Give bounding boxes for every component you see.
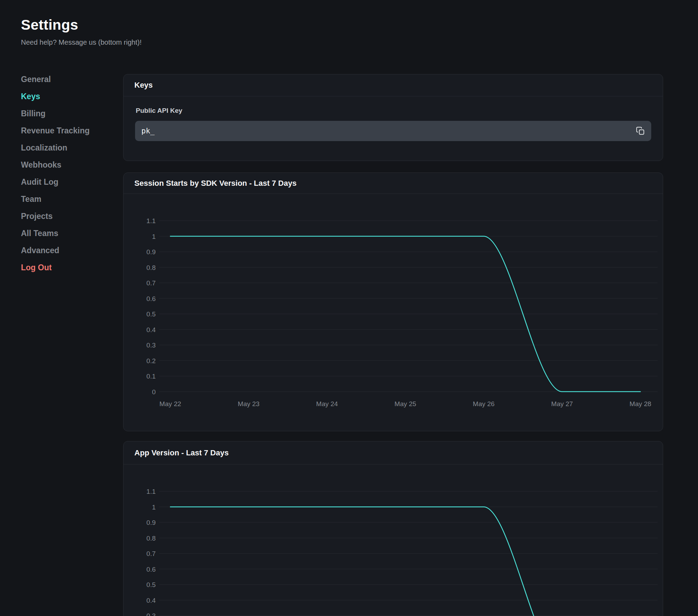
keys-card: Keys Public API Key	[123, 74, 663, 161]
svg-text:May 24: May 24	[316, 400, 338, 408]
svg-text:0.6: 0.6	[147, 295, 156, 302]
public-api-key-input[interactable]	[135, 121, 651, 141]
session-starts-chart-title: Session Starts by SDK Version - Last 7 D…	[134, 179, 297, 188]
svg-text:0.5: 0.5	[147, 581, 156, 588]
page-subtitle: Need help? Message us (bottom right)!	[21, 38, 142, 46]
svg-text:May 26: May 26	[473, 400, 495, 408]
settings-sidebar: General Keys Billing Revenue Tracking Lo…	[21, 71, 108, 276]
line-chart: 1.110.90.80.70.60.50.40.30.20.10May 22Ma…	[124, 194, 663, 431]
keys-card-title: Keys	[134, 81, 153, 90]
svg-text:0.4: 0.4	[147, 597, 156, 604]
sidebar-item-keys[interactable]: Keys	[21, 88, 108, 105]
app-version-chart-card: App Version - Last 7 Days 1.110.90.80.70…	[123, 441, 663, 616]
svg-text:1: 1	[152, 504, 156, 511]
svg-text:0.6: 0.6	[147, 566, 156, 573]
svg-text:0.8: 0.8	[147, 264, 156, 271]
svg-text:May 22: May 22	[159, 400, 181, 408]
app-version-chart-title: App Version - Last 7 Days	[134, 448, 229, 457]
svg-text:0.5: 0.5	[147, 310, 156, 318]
keys-card-body: Public API Key	[124, 96, 663, 161]
page-title: Settings	[21, 17, 142, 33]
svg-text:May 27: May 27	[551, 400, 573, 408]
sidebar-item-webhooks[interactable]: Webhooks	[21, 156, 108, 174]
svg-text:1: 1	[152, 233, 156, 240]
svg-text:0.3: 0.3	[147, 612, 156, 616]
line-chart: 1.110.90.80.70.60.50.40.30.20.10May 22Ma…	[124, 464, 663, 616]
sidebar-item-localization[interactable]: Localization	[21, 139, 108, 156]
svg-text:0.1: 0.1	[147, 373, 156, 380]
app-version-chart-header: App Version - Last 7 Days	[124, 441, 663, 464]
keys-card-header: Keys	[124, 74, 663, 96]
svg-text:1.1: 1.1	[147, 488, 156, 495]
svg-text:1.1: 1.1	[147, 217, 156, 225]
page-header: Settings Need help? Message us (bottom r…	[21, 17, 142, 46]
sidebar-item-log-out[interactable]: Log Out	[21, 259, 108, 276]
sidebar-item-advanced[interactable]: Advanced	[21, 242, 108, 259]
sidebar-item-billing[interactable]: Billing	[21, 105, 108, 122]
session-starts-chart-header: Session Starts by SDK Version - Last 7 D…	[124, 173, 663, 194]
sidebar-item-team[interactable]: Team	[21, 191, 108, 208]
svg-text:0.2: 0.2	[147, 357, 156, 365]
public-api-key-row	[135, 121, 651, 141]
sidebar-item-revenue-tracking[interactable]: Revenue Tracking	[21, 122, 108, 139]
sidebar-item-audit-log[interactable]: Audit Log	[21, 174, 108, 191]
svg-text:0.8: 0.8	[147, 535, 156, 542]
svg-text:0.7: 0.7	[147, 550, 156, 557]
svg-text:0.9: 0.9	[147, 248, 156, 256]
svg-text:May 25: May 25	[394, 400, 416, 408]
svg-text:0.3: 0.3	[147, 342, 156, 349]
svg-text:May 28: May 28	[630, 400, 651, 408]
svg-text:0.9: 0.9	[147, 519, 156, 526]
public-api-key-label: Public API Key	[136, 107, 651, 115]
sidebar-item-general[interactable]: General	[21, 71, 108, 88]
svg-text:0: 0	[152, 388, 156, 396]
copy-icon	[636, 126, 645, 135]
svg-text:0.4: 0.4	[147, 326, 156, 333]
copy-button[interactable]	[635, 126, 646, 136]
sidebar-item-all-teams[interactable]: All Teams	[21, 225, 108, 242]
svg-text:0.7: 0.7	[147, 279, 156, 287]
session-starts-chart-card: Session Starts by SDK Version - Last 7 D…	[123, 173, 663, 431]
main-content: Keys Public API Key Session Starts by SD…	[123, 74, 663, 616]
sidebar-item-projects[interactable]: Projects	[21, 208, 108, 225]
svg-text:May 23: May 23	[238, 400, 259, 408]
